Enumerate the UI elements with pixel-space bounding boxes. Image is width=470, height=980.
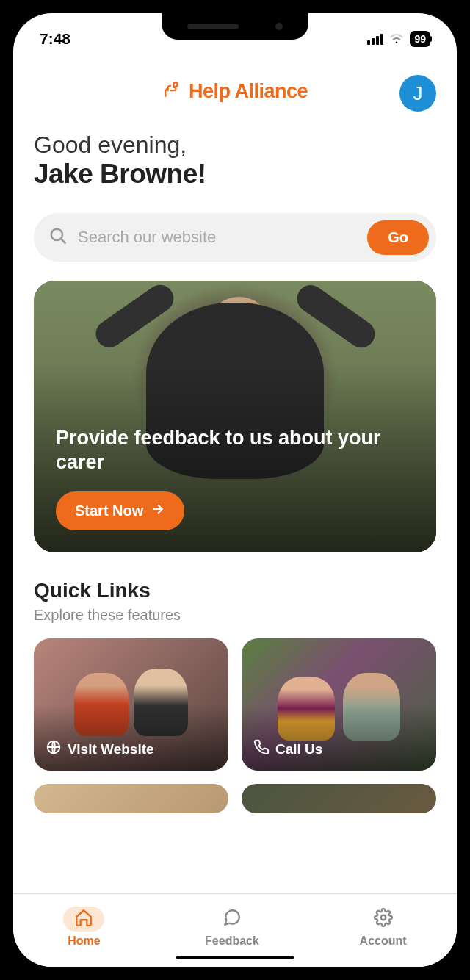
- battery-indicator: 99: [410, 31, 430, 47]
- main-content: Help Alliance J Good evening, Jake Brown…: [13, 54, 457, 893]
- quick-link-label: Visit Website: [68, 741, 154, 757]
- quick-links-section: Quick Links Explore these features Visit…: [34, 579, 436, 813]
- nav-label: Home: [68, 934, 100, 948]
- quick-link-card-partial[interactable]: [34, 784, 228, 813]
- start-now-button[interactable]: Start Now: [56, 491, 184, 530]
- quick-link-call-us[interactable]: Call Us: [242, 638, 436, 771]
- search-go-button[interactable]: Go: [367, 220, 429, 255]
- signal-icon: [367, 34, 383, 45]
- nav-label: Feedback: [205, 934, 259, 948]
- quick-links-subtitle: Explore these features: [34, 607, 436, 624]
- arrow-right-icon: [151, 502, 165, 520]
- hand-heart-icon: [162, 79, 181, 104]
- nav-account[interactable]: Account: [360, 907, 407, 948]
- home-icon: [74, 908, 93, 930]
- search-bar[interactable]: Go: [34, 213, 436, 262]
- greeting: Good evening, Jake Browne!: [34, 131, 436, 190]
- avatar[interactable]: J: [400, 75, 436, 112]
- hero-feedback-card[interactable]: Provide feedback to us about your carer …: [34, 281, 436, 552]
- app-header: Help Alliance J: [34, 54, 436, 124]
- globe-icon: [46, 739, 62, 759]
- quick-link-card-partial[interactable]: [242, 784, 436, 813]
- chat-icon: [223, 908, 242, 930]
- quick-link-visit-website[interactable]: Visit Website: [34, 638, 228, 771]
- status-time: 7:48: [40, 30, 70, 48]
- screen: 7:48 99 Help Alliance J Goo: [13, 13, 457, 967]
- home-indicator[interactable]: [176, 956, 294, 959]
- start-now-label: Start Now: [75, 502, 143, 519]
- greeting-line2: Jake Browne!: [34, 159, 436, 190]
- quick-links-title: Quick Links: [34, 579, 436, 602]
- nav-home[interactable]: Home: [63, 907, 104, 948]
- gear-icon: [374, 908, 393, 930]
- device-frame: 7:48 99 Help Alliance J Goo: [0, 0, 470, 980]
- quick-link-label: Call Us: [275, 741, 322, 757]
- wifi-icon: [389, 30, 404, 48]
- phone-icon: [253, 739, 270, 759]
- app-title: Help Alliance: [162, 79, 308, 104]
- search-icon: [48, 226, 68, 248]
- hero-text: Provide feedback to us about your carer: [56, 426, 414, 476]
- app-name-label: Help Alliance: [189, 80, 308, 103]
- greeting-line1: Good evening,: [34, 131, 436, 159]
- nav-feedback[interactable]: Feedback: [205, 907, 259, 948]
- nav-label: Account: [360, 934, 407, 948]
- notch: [162, 13, 308, 40]
- svg-point-2: [380, 915, 386, 920]
- search-input[interactable]: [78, 228, 357, 247]
